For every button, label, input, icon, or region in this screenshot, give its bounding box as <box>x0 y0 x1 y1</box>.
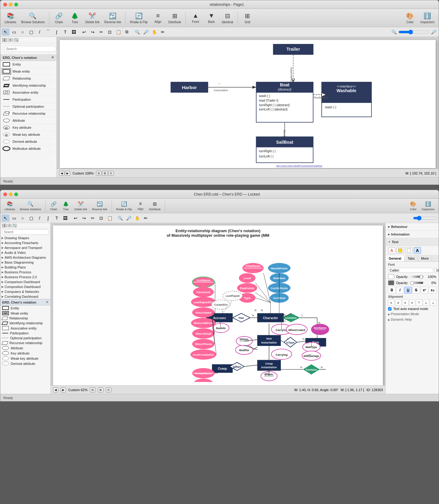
sidebar-item-identifying[interactable]: Identifying relationship <box>0 82 56 89</box>
b-group-building[interactable]: ▶Building Plans <box>0 265 50 270</box>
b-next-page-btn[interactable]: ▶ <box>61 387 66 392</box>
b-redo-tool[interactable]: ↪ <box>80 214 88 222</box>
boat-box[interactable]: Boat {Abstract} wash ( ) load (Trailer t… <box>256 82 313 122</box>
b-toolbar-color[interactable]: 🎨 Color <box>408 199 419 213</box>
presentation-mode-row[interactable]: ▶ Presentation Mode <box>386 311 439 317</box>
sidebar-section-close[interactable]: ✕ <box>51 56 54 59</box>
copy-tool[interactable]: ⊡ <box>106 28 114 36</box>
opacity2-bar[interactable] <box>410 282 423 284</box>
bold-button[interactable]: B <box>388 287 396 293</box>
toolbar-align[interactable]: ≡ Align <box>151 10 165 26</box>
b-item-recursive[interactable]: Recursive relationship <box>0 340 50 345</box>
text-color-tool[interactable]: A <box>388 247 395 254</box>
italic-button[interactable]: I <box>396 287 404 293</box>
image-tool[interactable]: 🖼 <box>70 28 78 36</box>
b-item-weak-key[interactable]: Weak key attribute <box>0 356 50 361</box>
next-page-btn[interactable]: ▶ <box>65 171 70 176</box>
toolbar-rotate[interactable]: 🔄 Rotate & Flip <box>128 10 149 26</box>
opacity1-bar[interactable] <box>410 275 423 278</box>
arc-tool[interactable]: ⌒ <box>44 28 52 36</box>
bottom-minimize-button[interactable] <box>9 193 12 196</box>
toolbar-distribute[interactable]: ⊞ Distribute <box>166 10 183 26</box>
sidebar-item-participation[interactable]: Participation <box>0 96 56 103</box>
font-name-input[interactable] <box>388 268 433 273</box>
b-copy-tool[interactable]: ⊡ <box>97 214 105 222</box>
sidebar-item-optional[interactable]: Optional participation <box>0 103 56 110</box>
align-left-button[interactable]: ≡ <box>388 300 394 306</box>
sidebar-item-relationship[interactable]: Relationship <box>0 75 56 82</box>
subscript-button[interactable]: x₂ <box>429 287 436 293</box>
b-group-correlating[interactable]: ▶Correlating Dashboard <box>0 294 50 299</box>
b-search-icon[interactable]: 🔍 <box>12 224 17 227</box>
b-zoom-in-tool[interactable]: 🔍 <box>116 214 124 222</box>
b-zoom-out-tool[interactable]: 🔎 <box>125 214 133 222</box>
page-fit-btn[interactable]: ⊟ <box>96 171 102 176</box>
b-fit-btn[interactable]: ⊟ <box>90 387 95 392</box>
align-justify-button[interactable]: ≡ <box>409 300 416 306</box>
bottom-maximize-button[interactable] <box>14 193 18 196</box>
b-view-icon[interactable]: ⊞ <box>2 224 6 227</box>
sidebar-item-weak-key[interactable]: attr Weak key attribute <box>0 131 56 138</box>
sidebar-item-derived[interactable]: Derived attribute <box>0 138 56 145</box>
b-group-biz2[interactable]: ▶Business Process 2,0 <box>0 275 50 279</box>
text-tool[interactable]: T <box>61 28 69 36</box>
b-text-tool[interactable]: T <box>53 214 61 222</box>
top-canvas-page[interactable]: Trailer Dependency Harbor Boat {Abstr <box>60 40 436 168</box>
minimize-button[interactable] <box>9 3 12 6</box>
sidebar-item-attribute[interactable]: Attribute <box>0 117 56 124</box>
b-roundrect-tool[interactable]: ▢ <box>27 214 35 222</box>
tab-more[interactable]: More <box>418 255 432 261</box>
trailer-box[interactable]: Trailer <box>273 44 313 55</box>
b-toolbar-delete[interactable]: ✂️ Delete link <box>73 199 89 213</box>
toolbar-browse[interactable]: 🔍 Browse Solutions <box>19 10 46 26</box>
page-actual-btn[interactable]: ⊞ <box>102 171 108 176</box>
sidebar-item-key-attr[interactable]: attr Key attribute <box>0 124 56 131</box>
align-right-button[interactable]: ≡ <box>402 300 409 306</box>
b-group-audio[interactable]: ▶Audio & Video <box>0 250 50 255</box>
b-erd-section-close[interactable]: ✕ <box>46 300 48 304</box>
sidebar-item-weak-entity[interactable]: Weak entity <box>0 68 56 75</box>
washable-box[interactable]: <<interface>> Washable wash ( ) <box>322 82 371 117</box>
tab-tabs[interactable]: Tabs <box>405 255 418 261</box>
b-hand-tool[interactable]: ✋ <box>133 214 141 222</box>
prev-page-btn[interactable]: ◀ <box>59 171 64 176</box>
align-center-button[interactable]: ≡ <box>395 300 402 306</box>
b-toolbar-libraries[interactable]: 📚 Libraries <box>3 199 17 213</box>
toolbar-grid[interactable]: ⊞ Grid <box>240 10 255 26</box>
sidebar-search-input[interactable] <box>4 46 56 52</box>
b-item-identifying[interactable]: Identifying relationship <box>0 321 50 326</box>
zoom-out-tool[interactable]: 🔎 <box>142 28 150 36</box>
b-group-aws[interactable]: ▶AWS Architecture Diagrams <box>0 255 50 260</box>
b-item-weak-entity[interactable]: Weak entity <box>0 311 50 316</box>
cut-tool[interactable]: ✂ <box>97 28 105 36</box>
b-toolbar-align[interactable]: ≡ Align <box>135 199 146 213</box>
sidebar-item-entity[interactable]: Entity <box>0 61 56 68</box>
b-group-basic[interactable]: ▶Basic Diagramming <box>0 260 50 265</box>
zoom-max[interactable]: 🔎 <box>430 28 437 36</box>
b-toolbar-chain[interactable]: 🔗 Chain <box>48 199 59 213</box>
b-item-relationship[interactable]: Relationship <box>0 316 50 321</box>
sidebar-item-multivalue[interactable]: Multivalue attribute <box>0 145 56 152</box>
b-group-biz[interactable]: ▶Business Process <box>0 270 50 275</box>
roundrect-tool[interactable]: ▢ <box>27 28 35 36</box>
inspector-text-toggle[interactable]: ▼ Text <box>388 239 436 245</box>
toolbar-inspectors[interactable]: ℹ️ Inspectors <box>419 10 436 26</box>
rect-tool[interactable]: ▭ <box>10 28 18 36</box>
font-size-input[interactable] <box>434 268 439 273</box>
inspector-information-toggle[interactable]: ▶ Information <box>388 232 436 237</box>
pen-tool[interactable]: ✏ <box>159 28 167 36</box>
b-image-tool[interactable]: 🖼 <box>61 214 69 222</box>
align-bottom-button[interactable]: ⊥ <box>430 300 436 306</box>
oval-tool[interactable]: ○ <box>19 28 27 36</box>
close-button[interactable] <box>3 3 7 6</box>
redo-tool[interactable]: ↪ <box>89 28 97 36</box>
bezier-tool[interactable]: ∫ <box>53 28 61 36</box>
toolbar-delete-link[interactable]: ✂️ Delete link <box>84 10 102 26</box>
sidebar-view-icon[interactable]: ⊞ <box>2 38 7 42</box>
b-group-aerospace[interactable]: ▶Aerospace and Transport <box>0 245 50 250</box>
b-oval-tool[interactable]: ○ <box>19 214 27 222</box>
b-toolbar-reverse[interactable]: ↩️ Reverse link <box>90 199 109 213</box>
b-bezier-tool[interactable]: ∫ <box>44 214 52 222</box>
b-group-comparison[interactable]: ▶Comparison Dashboard <box>0 279 50 284</box>
opacity2-swatch[interactable] <box>388 280 394 285</box>
